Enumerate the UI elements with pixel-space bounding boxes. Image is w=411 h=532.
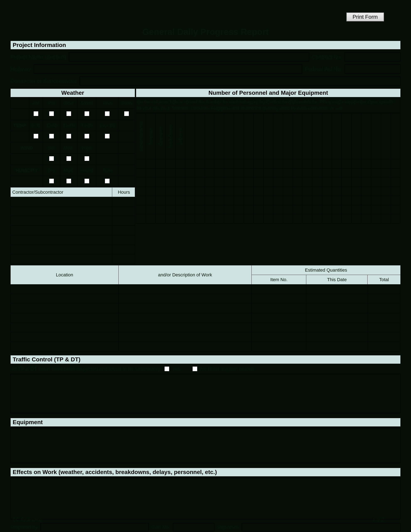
cb-temp-4[interactable] (105, 134, 110, 139)
est-date: This Date (306, 275, 368, 285)
input-cert[interactable] (173, 523, 214, 531)
weather-table: AM PM Clear Cloud Rain Snow TEMP 0-32 33… (10, 97, 135, 187)
cb-am[interactable] (33, 111, 38, 116)
hours-cell[interactable] (112, 235, 135, 245)
input-sign[interactable] (242, 523, 401, 531)
vl-foremen: Foremen (148, 128, 153, 145)
qc-ref: QC Reference: (12, 517, 43, 522)
personnel-note: (In the columns below, record the number… (136, 97, 401, 113)
hum-dry: Dry (43, 165, 60, 176)
hum-mod: Mod. (60, 165, 77, 176)
cb-temp-3[interactable] (84, 134, 89, 139)
tc-no: No (if no, explain below) (200, 366, 254, 372)
page-number: 1 of 2 (373, 517, 384, 522)
input-highway[interactable] (34, 64, 302, 74)
hum-humid: Humid (77, 165, 96, 176)
desc-header: and/or Description of Work (119, 265, 252, 285)
cs-row[interactable] (10, 226, 112, 235)
personnel-table: Superintendents Foremen Operators Truck … (136, 113, 401, 223)
wind-still: Still (43, 142, 60, 153)
cb-cloud[interactable] (84, 111, 89, 116)
input-contractor[interactable] (80, 76, 401, 86)
weather-col-cloud: Cloud (77, 97, 96, 109)
humidity-label: HUMIDITY (10, 165, 43, 176)
print-form-button[interactable]: Print Form (346, 12, 384, 21)
cs-row[interactable] (10, 197, 112, 207)
input-contract-no[interactable] (344, 52, 401, 62)
cs-row[interactable] (10, 254, 112, 264)
cs-row[interactable] (10, 216, 112, 226)
label-sign: Signature (217, 524, 239, 530)
cb-temp-2[interactable] (66, 134, 71, 139)
cs-row[interactable] (10, 207, 112, 216)
input-federal-aid[interactable] (344, 64, 401, 74)
hours-cell[interactable] (112, 226, 135, 235)
cb-temp-1[interactable] (49, 134, 54, 139)
cb-tc-no[interactable] (192, 366, 197, 371)
cb-temp-0[interactable] (33, 134, 38, 139)
temp-51-70: 51-70 (60, 120, 77, 131)
weather-col-rain: Rain (96, 97, 118, 109)
section-personnel: Number of Personnel and Major Equipment (136, 88, 401, 97)
label-federal-aid: Federal Aid No. (305, 66, 342, 72)
vl-laborers: Laborers (178, 128, 182, 144)
cs-row[interactable] (10, 235, 112, 245)
cb-hum-0[interactable] (49, 179, 54, 183)
temp-label: TEMP (10, 120, 29, 131)
loc-header: Location (10, 265, 119, 285)
hours-header: Hours (112, 188, 135, 197)
label-contract-no: Contract No. (312, 54, 342, 60)
effects-notes[interactable] (10, 478, 401, 519)
label-highway: Highway (10, 66, 31, 72)
traffic-notes[interactable] (10, 374, 401, 413)
wind-label: WIND (10, 142, 43, 153)
est-total: Total (368, 275, 401, 285)
cb-hum-1[interactable] (66, 179, 71, 183)
label-prepared: Prepared by (10, 524, 38, 530)
hours-cell[interactable] (112, 245, 135, 254)
contractor-hours-table: Contractor/Subcontractor Hours (10, 187, 135, 264)
hours-cell[interactable] (112, 216, 135, 226)
cb-wind-1[interactable] (66, 156, 71, 161)
cb-snow[interactable] (124, 111, 129, 116)
cb-pm[interactable] (49, 111, 54, 116)
cs-row[interactable] (10, 245, 112, 254)
input-project-name[interactable] (69, 52, 309, 62)
input-prepared[interactable] (40, 523, 149, 531)
temp-0-32: 0-32 (29, 120, 43, 131)
page-title: General Daily Progress Report (10, 27, 401, 37)
cs-header: Contractor/Subcontractor (10, 188, 112, 197)
temp-71-85: 71-85 (77, 120, 96, 131)
wind-high: High (77, 142, 96, 153)
label-cert: Cert No. (152, 524, 170, 530)
cb-hum-2[interactable] (84, 179, 89, 183)
label-project-name: Project Name (Section) (10, 54, 66, 60)
hum-rain: Rain (96, 165, 118, 176)
cb-rain[interactable] (105, 111, 110, 116)
location-table: Location and/or Description of Work Esti… (10, 265, 401, 352)
hours-cell[interactable] (112, 197, 135, 207)
cb-hum-3[interactable] (105, 179, 110, 183)
vl-operators: Operators (158, 127, 163, 145)
section-project-info: Project Information (10, 41, 401, 49)
cb-wind-0[interactable] (49, 156, 54, 161)
equipment-notes[interactable] (10, 428, 401, 463)
cb-tc-yes[interactable] (164, 366, 169, 371)
est-header: Estimated Quantities (252, 265, 401, 275)
tc-yes: Yes (172, 366, 180, 372)
vl-super: Superintendents (139, 121, 143, 152)
temp-over85: over 85 (96, 120, 118, 131)
cb-wind-2[interactable] (84, 156, 89, 161)
temp-33-50: 33-50 (43, 120, 60, 131)
section-equipment: Equipment (10, 418, 401, 427)
weather-col-snow: Snow (118, 97, 135, 109)
vl-truck: Truck Drivers (168, 124, 173, 149)
weather-col-am: AM (29, 97, 43, 109)
section-weather: Weather (10, 88, 135, 97)
hours-cell[interactable] (112, 254, 135, 264)
hours-cell[interactable] (112, 207, 135, 216)
wind-mod: Mod. (60, 142, 77, 153)
weather-col-clear: Clear (60, 97, 77, 109)
cb-clear[interactable] (66, 111, 71, 116)
weather-col-pm: PM (43, 97, 60, 109)
